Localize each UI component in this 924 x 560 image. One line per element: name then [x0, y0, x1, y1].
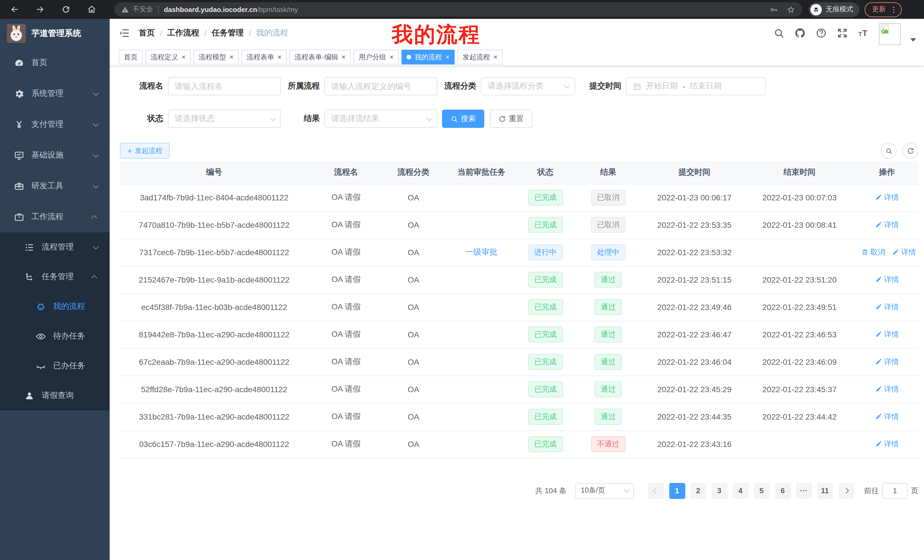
close-icon[interactable]: ×	[494, 54, 497, 60]
detail-link[interactable]: 详情	[875, 220, 899, 230]
prev-page-button[interactable]	[648, 483, 664, 499]
close-icon[interactable]: ×	[230, 54, 234, 60]
close-icon[interactable]: ×	[446, 54, 449, 60]
cancel-link[interactable]: 取消	[861, 247, 885, 258]
help-icon[interactable]	[816, 27, 827, 39]
close-icon[interactable]: ×	[278, 54, 282, 60]
hamburger-icon[interactable]	[119, 27, 130, 39]
chevron-left-icon	[653, 488, 659, 494]
create-process-button[interactable]: + 发起流程	[120, 143, 170, 159]
tab-流程模型[interactable]: 流程模型×	[194, 49, 239, 64]
search-icon[interactable]	[773, 27, 784, 39]
key-icon[interactable]	[769, 5, 778, 14]
update-button[interactable]: 更新	[865, 2, 902, 17]
breadcrumb-item[interactable]: 工作流程	[167, 28, 199, 38]
column-header: 结束时间	[744, 161, 855, 184]
sidebar-item-task-mgmt[interactable]: 任务管理	[0, 262, 110, 292]
sidebar-item-infra[interactable]: 基础设施	[0, 140, 110, 171]
bookmark-star-icon[interactable]	[786, 5, 795, 14]
browser-menu-dots-icon[interactable]	[889, 5, 898, 14]
tab-用户分组[interactable]: 用户分组×	[354, 49, 399, 64]
chevron-down-icon	[93, 121, 99, 126]
breadcrumb-item[interactable]: 首页	[139, 28, 155, 38]
avatar-caret-icon[interactable]	[910, 38, 916, 42]
result-select[interactable]: 请选择流结果	[324, 109, 438, 128]
avatar[interactable]	[879, 23, 901, 45]
detail-link[interactable]: 详情	[892, 247, 916, 258]
detail-link[interactable]: 详情	[875, 302, 899, 312]
tab-首页[interactable]: 首页	[119, 49, 143, 64]
refresh-table-button[interactable]	[902, 143, 918, 159]
tab-流程表单-编辑[interactable]: 流程表单-编辑×	[290, 49, 351, 64]
sidebar-item-my-process[interactable]: 我的流程	[0, 292, 110, 321]
home-icon[interactable]	[83, 1, 100, 18]
page-button[interactable]: 6	[775, 483, 790, 499]
next-page-button[interactable]	[838, 483, 854, 499]
sidebar-item-leave-query[interactable]: 请假查询	[0, 381, 110, 410]
sidebar-item-home[interactable]: 首页	[0, 47, 110, 78]
sidebar-item-payment[interactable]: 支付管理	[0, 109, 110, 140]
sidebar-item-devtools[interactable]: 研发工具	[0, 171, 110, 202]
annotation-text: 我的流程	[392, 21, 481, 49]
cell-end-time: 2022-01-22 23:46:53	[744, 321, 855, 348]
detail-link[interactable]: 详情	[875, 357, 899, 367]
tab-我的流程[interactable]: 我的流程×	[402, 49, 454, 64]
incognito-badge: 无痕模式	[808, 2, 860, 17]
detail-link[interactable]: 详情	[875, 384, 899, 394]
cell-current-task	[443, 211, 520, 239]
page-button[interactable]: 4	[732, 483, 748, 499]
address-bar[interactable]: 不安全 dashboard.yudao.iocoder.cn/bpm/task/…	[114, 2, 802, 16]
back-icon[interactable]	[6, 1, 23, 18]
process-def-input[interactable]	[324, 77, 438, 95]
page-button[interactable]: 11	[817, 483, 833, 499]
category-select[interactable]: 请选择流程分类	[481, 77, 575, 95]
more-pages-button[interactable]: ···	[796, 483, 812, 499]
action-label: 详情	[884, 275, 899, 285]
category-label: 流程分类	[442, 81, 476, 91]
tab-发起流程[interactable]: 发起流程×	[458, 49, 502, 64]
reset-button[interactable]: 重置	[490, 109, 532, 128]
detail-link[interactable]: 详情	[875, 329, 899, 340]
tab-流程表单[interactable]: 流程表单×	[242, 49, 286, 64]
action-label: 详情	[884, 302, 899, 312]
cell-result: 通过	[571, 376, 645, 403]
sidebar-item-workflow[interactable]: 工作流程	[0, 202, 110, 232]
jump-page-input[interactable]	[882, 483, 908, 499]
status-badge: 已完成	[528, 190, 563, 205]
github-icon[interactable]	[794, 27, 806, 39]
page-button[interactable]: 2	[690, 483, 706, 499]
search-icon	[451, 115, 458, 123]
process-name-input[interactable]	[168, 77, 281, 95]
detail-link[interactable]: 详情	[875, 439, 899, 449]
cell-status: 已完成	[520, 376, 571, 403]
page-button[interactable]: 5	[753, 483, 770, 499]
page-button[interactable]: 3	[711, 483, 727, 499]
search-toggle-button[interactable]	[880, 143, 897, 159]
close-icon[interactable]: ×	[342, 54, 345, 60]
fontsize-icon[interactable]: TT	[858, 27, 869, 39]
detail-link[interactable]: 详情	[875, 412, 899, 422]
status-select[interactable]: 请选择状态	[168, 109, 281, 128]
sidebar-item-system[interactable]: 系统管理	[0, 78, 110, 109]
search-button[interactable]: 搜索	[442, 109, 484, 128]
page-size-select[interactable]: 10条/页	[575, 483, 634, 499]
column-header: 结果	[571, 161, 645, 184]
fullscreen-icon[interactable]	[837, 27, 848, 39]
refresh-icon	[498, 115, 506, 123]
detail-link[interactable]: 详情	[875, 275, 899, 285]
sidebar-item-todo-tasks[interactable]: 待办任务	[0, 321, 110, 351]
breadcrumb-item[interactable]: 任务管理	[212, 28, 244, 38]
close-icon[interactable]: ×	[182, 54, 186, 60]
forward-icon[interactable]	[32, 1, 48, 18]
sidebar-item-process-mgmt[interactable]: 流程管理	[0, 232, 110, 262]
detail-link[interactable]: 详情	[875, 192, 899, 203]
sidebar-item-label: 系统管理	[32, 88, 93, 99]
current-task-link[interactable]: 一级审批	[465, 247, 497, 256]
date-range-picker[interactable]: 开始日期 - 结束日期	[626, 77, 766, 95]
page-button[interactable]: 1	[669, 483, 685, 499]
tab-流程定义[interactable]: 流程定义×	[146, 49, 191, 64]
close-icon[interactable]: ×	[390, 54, 393, 60]
reload-icon[interactable]	[57, 1, 74, 18]
app-logo[interactable]: 芋道管理系统	[0, 19, 110, 47]
sidebar-item-done-tasks[interactable]: 已办任务	[0, 351, 110, 381]
